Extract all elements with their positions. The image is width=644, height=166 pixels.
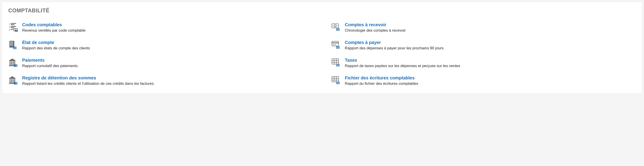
svg-text:1: 1 <box>9 23 10 25</box>
svg-rect-73 <box>332 76 338 82</box>
report-item-comptes-a-recevoir[interactable]: 1 Comptes à recevoir Chronologie des com… <box>331 22 636 33</box>
report-desc: Rapport du fichier des écritures comptab… <box>345 81 636 86</box>
report-title[interactable]: Comptes à recevoir <box>345 22 636 28</box>
svg-rect-11 <box>15 31 18 32</box>
svg-rect-61 <box>336 66 340 66</box>
taxes-icon <box>331 57 341 67</box>
svg-rect-80 <box>336 84 340 84</box>
svg-rect-21 <box>10 42 11 42</box>
report-title[interactable]: Paiements <box>22 57 313 63</box>
report-title[interactable]: Codes comptables <box>22 22 313 28</box>
svg-text:2: 2 <box>9 26 10 28</box>
svg-rect-29 <box>12 44 13 44</box>
report-desc: Rapport listant les crédits clients et l… <box>22 81 313 86</box>
svg-rect-63 <box>9 78 16 79</box>
svg-rect-54 <box>332 59 338 64</box>
svg-rect-71 <box>14 83 18 84</box>
svg-rect-1 <box>11 23 16 24</box>
svg-rect-37 <box>332 42 338 43</box>
report-title[interactable]: Taxes <box>345 57 636 63</box>
report-desc: Revenus ventilés par code comptable <box>22 28 313 33</box>
svg-rect-41 <box>336 47 340 48</box>
report-desc: Rapport des états de compte des clients <box>22 46 313 51</box>
svg-rect-53 <box>14 66 18 67</box>
reports-grid: 1 2 3 <box>8 22 636 86</box>
svg-rect-38 <box>333 44 334 45</box>
report-desc: Rapport cumulatif des paiements <box>22 63 313 69</box>
accounts-receivable-icon: 1 <box>331 22 341 32</box>
svg-rect-5 <box>11 27 14 28</box>
svg-rect-79 <box>336 82 340 83</box>
svg-rect-78 <box>336 82 340 82</box>
report-item-paiements[interactable]: Paiements Rapport cumulatif des paiement… <box>8 57 313 69</box>
svg-rect-39 <box>334 44 336 45</box>
report-item-codes-comptables[interactable]: 1 2 3 <box>8 22 313 33</box>
svg-rect-7 <box>11 29 14 30</box>
svg-rect-10 <box>15 30 18 31</box>
svg-rect-47 <box>13 61 14 64</box>
svg-rect-34 <box>13 48 16 48</box>
svg-rect-60 <box>336 65 340 65</box>
svg-rect-31 <box>11 45 12 46</box>
svg-rect-70 <box>14 82 18 83</box>
svg-rect-24 <box>10 43 11 43</box>
accounting-panel: COMPTABILITÉ 1 2 3 <box>2 2 642 94</box>
svg-rect-22 <box>11 42 12 42</box>
report-desc: Chronologie des comptes à recevoir <box>345 28 636 33</box>
svg-rect-25 <box>11 43 12 43</box>
account-statement-icon <box>8 39 18 49</box>
svg-rect-26 <box>12 43 13 43</box>
svg-rect-18 <box>336 29 340 30</box>
svg-rect-67 <box>14 79 15 82</box>
svg-rect-66 <box>13 79 14 82</box>
svg-rect-51 <box>14 64 18 65</box>
svg-rect-33 <box>13 47 16 47</box>
svg-rect-35 <box>13 48 16 49</box>
svg-rect-52 <box>14 65 18 66</box>
accounting-entries-icon <box>331 75 341 85</box>
svg-rect-40 <box>336 46 340 47</box>
report-item-ecritures-comptables[interactable]: Fichier des écritures comptables Rapport… <box>331 75 636 86</box>
report-item-taxes[interactable]: Taxes Rapport de taxes payées sur les dé… <box>331 57 636 69</box>
svg-rect-46 <box>11 61 12 64</box>
svg-rect-2 <box>11 25 14 25</box>
accounts-payable-icon <box>331 39 341 49</box>
svg-rect-72 <box>14 84 18 85</box>
svg-point-15 <box>333 26 334 26</box>
svg-rect-28 <box>11 44 12 44</box>
svg-rect-59 <box>336 64 340 65</box>
report-desc: Rapport des dépenses à payer pour les pr… <box>345 46 636 51</box>
svg-rect-17 <box>336 28 340 29</box>
svg-rect-32 <box>12 45 13 46</box>
report-title[interactable]: Comptes à payer <box>345 39 636 45</box>
svg-rect-27 <box>10 44 11 44</box>
svg-rect-23 <box>12 42 13 42</box>
svg-rect-64 <box>10 79 10 82</box>
svg-rect-19 <box>336 30 340 31</box>
svg-point-16 <box>337 26 338 26</box>
report-title[interactable]: Fichier des écritures comptables <box>345 75 636 81</box>
svg-rect-36 <box>332 41 338 46</box>
holdings-register-icon <box>8 75 18 85</box>
svg-rect-30 <box>10 45 11 46</box>
svg-rect-4 <box>11 26 16 27</box>
report-title[interactable]: État de compte <box>22 39 313 45</box>
svg-rect-65 <box>11 79 12 82</box>
svg-rect-48 <box>14 61 15 64</box>
svg-marker-62 <box>9 76 16 78</box>
svg-text:1: 1 <box>334 25 336 27</box>
report-item-registre-detention[interactable]: Registre de détention des sommes Rapport… <box>8 75 313 86</box>
accounting-codes-icon: 1 2 3 <box>8 22 18 32</box>
report-title[interactable]: Registre de détention des sommes <box>22 75 313 81</box>
report-item-comptes-a-payer[interactable]: Comptes à payer Rapport des dépenses à p… <box>331 39 636 51</box>
svg-marker-43 <box>9 58 16 60</box>
svg-rect-42 <box>336 48 340 49</box>
svg-rect-44 <box>9 60 16 61</box>
payments-icon <box>8 57 18 67</box>
report-item-etat-de-compte[interactable]: État de compte Rapport des états de comp… <box>8 39 313 51</box>
report-desc: Rapport de taxes payées sur les dépenses… <box>345 63 636 69</box>
svg-rect-45 <box>10 61 10 64</box>
svg-text:3: 3 <box>9 29 10 31</box>
section-title: COMPTABILITÉ <box>8 8 636 14</box>
